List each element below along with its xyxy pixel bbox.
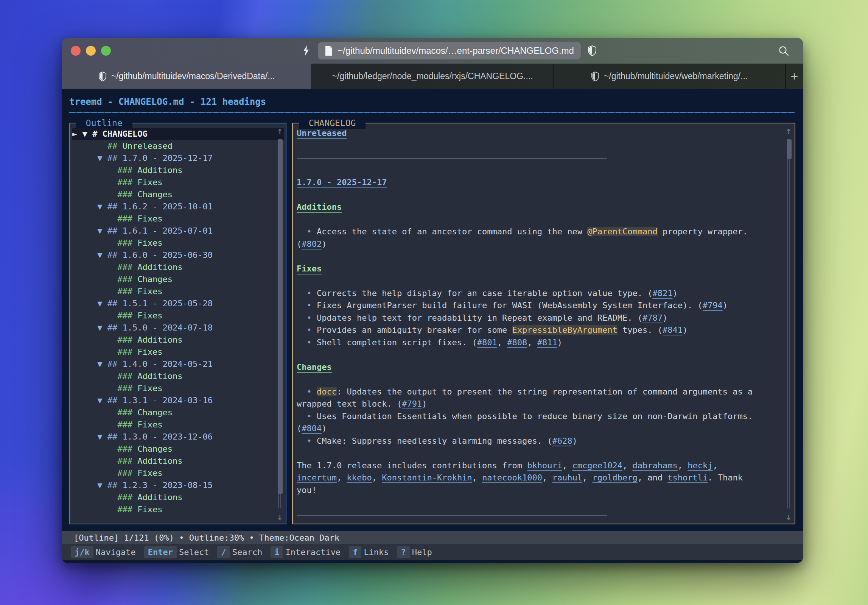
outline-item[interactable]: ### Changes: [72, 407, 284, 419]
outline-item[interactable]: ▼ ## 1.7.0 - 2025-12-17: [72, 152, 284, 164]
terminal-window: ~/github/multituidev/macos/…ent-parser/C…: [62, 38, 803, 563]
outline-item[interactable]: ### Changes: [72, 189, 284, 201]
path-pill[interactable]: ~/github/multituidev/macos/…ent-parser/C…: [318, 42, 581, 59]
hotkey-chip[interactable]: /: [217, 546, 230, 558]
blank-line: [297, 275, 782, 287]
close-window-button[interactable]: [71, 46, 81, 56]
blank-line: [297, 373, 782, 386]
issue-link[interactable]: #802: [302, 239, 322, 249]
tab-2[interactable]: ~/github/ledger/node_modules/rxjs/CHANGE…: [311, 64, 554, 89]
outline-item[interactable]: ▼ ## 1.4.0 - 2024-05-21: [72, 358, 284, 370]
blank-line: [297, 140, 782, 152]
new-tab-button[interactable]: +: [786, 64, 803, 89]
content-line: (#804): [297, 423, 782, 435]
outline-scrollbar-thumb[interactable]: [278, 139, 283, 494]
outline-item[interactable]: ### Additions: [72, 261, 284, 273]
issue-link[interactable]: #791: [402, 399, 422, 409]
outline-item[interactable]: ### Fixes: [72, 382, 284, 394]
outline-scrollbar[interactable]: [278, 139, 283, 508]
shield-icon: [591, 72, 599, 81]
outline-item[interactable]: ### Changes: [72, 273, 284, 285]
scroll-up-icon[interactable]: ↑: [277, 126, 283, 136]
issue-link[interactable]: #794: [703, 301, 723, 310]
issue-link[interactable]: #628: [552, 436, 572, 446]
outline-item[interactable]: ▼ ## 1.6.0 - 2025-06-30: [72, 249, 284, 261]
outline-item[interactable]: ### Additions: [72, 370, 284, 382]
contributor-link[interactable]: natecook1000: [482, 473, 542, 482]
hotkey-chip[interactable]: ?: [397, 546, 410, 558]
outline-item[interactable]: ### Fixes: [72, 504, 284, 516]
outline-item[interactable]: ### Additions: [72, 455, 284, 467]
content-line: • Uses Foundation Essentials when possib…: [297, 410, 782, 423]
outline-item[interactable]: ► ▼ # CHANGELOG: [72, 128, 284, 140]
outline-item[interactable]: ### Fixes: [72, 285, 284, 298]
titlebar-center: ~/github/multituidev/macos/…ent-parser/C…: [154, 42, 744, 59]
outline-item[interactable]: ### Fixes: [72, 176, 284, 189]
outline-item[interactable]: ### Additions: [72, 164, 284, 176]
lightning-bolt-icon[interactable]: [301, 45, 311, 56]
outline-item[interactable]: ▼ ## 1.5.0 - 2024-07-18: [72, 322, 284, 334]
tab-1[interactable]: ~/github/multituidev/macos/DerivedData/.…: [62, 64, 311, 89]
contributor-link[interactable]: kkebo: [347, 473, 372, 482]
shield-icon: [98, 72, 107, 81]
contributor-link[interactable]: Konstantin-Krokhin: [382, 473, 472, 482]
outline-panel-title: Outline: [76, 117, 132, 129]
hotkey-chip[interactable]: j/k: [71, 546, 93, 558]
issue-link[interactable]: #808: [507, 338, 527, 347]
horizontal-rule: [297, 509, 782, 521]
content-scrollbar[interactable]: [787, 139, 792, 508]
issue-link[interactable]: #821: [652, 288, 672, 298]
outline-item[interactable]: ### Fixes: [72, 467, 284, 479]
contributor-link[interactable]: incertum: [297, 473, 337, 482]
outline-item[interactable]: ### Additions: [72, 334, 284, 346]
content-line: The 1.7.0 release includes contributions…: [297, 460, 782, 472]
contributor-link[interactable]: rgoldberg: [593, 473, 638, 482]
zoom-window-button[interactable]: [101, 46, 111, 56]
outline-item[interactable]: ▼ ## 1.3.0 - 2023-12-06: [72, 431, 284, 443]
issue-link[interactable]: #804: [302, 424, 322, 433]
search-icon[interactable]: [778, 45, 789, 56]
outline-item[interactable]: ## Unreleased: [72, 140, 284, 152]
scroll-up-icon[interactable]: ↑: [786, 126, 792, 136]
issue-link[interactable]: #841: [663, 325, 683, 335]
outline-item[interactable]: ▼ ## 1.5.1 - 2025-05-28: [72, 298, 284, 310]
outline-item[interactable]: ▼ ## 1.2.3 - 2023-08-15: [72, 479, 284, 491]
hotkey-chip[interactable]: Enter: [144, 546, 177, 558]
content-scrollbar-thumb[interactable]: [787, 139, 792, 159]
contributor-link[interactable]: heckj: [688, 461, 712, 470]
issue-link[interactable]: #787: [642, 313, 663, 323]
outline-item[interactable]: ### Fixes: [72, 346, 284, 358]
outline-item[interactable]: ▼ ## 1.3.1 - 2024-03-16: [72, 394, 284, 407]
issue-link[interactable]: #811: [537, 338, 557, 347]
scroll-down-icon[interactable]: ↓: [786, 512, 792, 521]
hotkey-label: Select: [179, 547, 209, 557]
tab-label: ~/github/multituidev/web/marketing/...: [604, 71, 748, 81]
tab-3[interactable]: ~/github/multituidev/web/marketing/...: [554, 64, 786, 89]
contributor-link[interactable]: dabrahams: [632, 461, 677, 470]
outline-item[interactable]: ▼ ## 1.6.1 - 2025-07-01: [72, 225, 284, 237]
contributor-link[interactable]: bkhouri: [527, 461, 562, 470]
content-panel: CHANGELOG Unreleased 1.7.0 - 2025-12-17 …: [292, 123, 795, 524]
hotkey-label: Search: [232, 547, 262, 557]
outline-item[interactable]: ### Fixes: [72, 237, 284, 249]
shield-icon[interactable]: [588, 45, 597, 56]
outline-item[interactable]: ### Fixes: [72, 419, 284, 431]
hotkey-chip[interactable]: i: [271, 546, 283, 558]
outline-item[interactable]: ### Fixes: [72, 310, 284, 322]
content-line: • Corrects the help display for an case …: [297, 287, 782, 300]
hotkey-chip[interactable]: f: [349, 546, 361, 558]
outline-item[interactable]: ### Additions: [72, 491, 284, 504]
contributor-link[interactable]: rauhul: [552, 473, 582, 482]
panels-row: Outline ► ▼ # CHANGELOG ## Unreleased ▼ …: [69, 123, 795, 524]
outline-item[interactable]: ### Fixes: [72, 213, 284, 225]
minimize-window-button[interactable]: [86, 46, 96, 56]
issue-link[interactable]: #801: [477, 338, 497, 347]
contributor-link[interactable]: cmcgee1024: [572, 461, 622, 470]
scroll-down-icon[interactable]: ↓: [277, 512, 283, 521]
contributor-link[interactable]: tshortli: [667, 473, 708, 482]
desktop: { "window": { "titlebar": { "path": "~/g…: [0, 0, 868, 605]
outline-item[interactable]: ### Changes: [72, 443, 284, 455]
outline-item[interactable]: ▼ ## 1.6.2 - 2025-10-01: [72, 201, 284, 213]
app-title-rule: [69, 112, 795, 113]
content-line: incertum, kkebo, Konstantin-Krokhin, nat…: [297, 472, 782, 484]
